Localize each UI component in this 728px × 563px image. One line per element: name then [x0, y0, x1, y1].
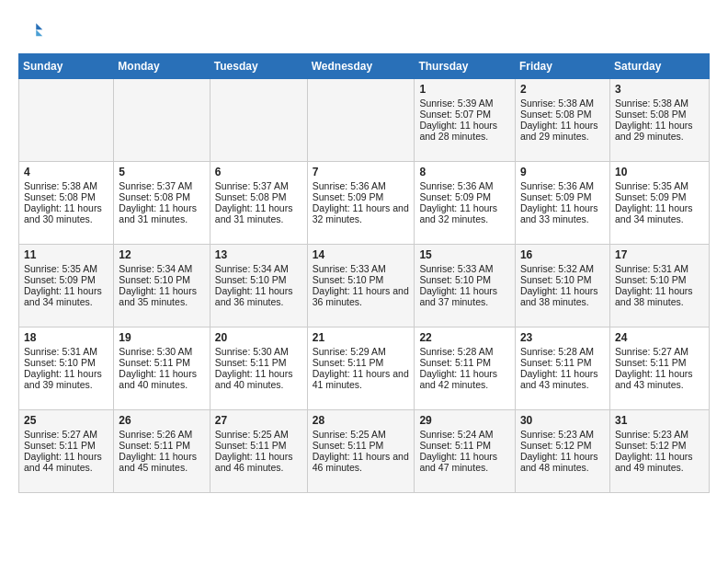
calendar-cell: 27 Sunrise: 5:25 AM Sunset: 5:11 PM Dayl…: [210, 410, 307, 493]
sunrise-text: Sunrise: 5:37 AM: [119, 180, 192, 191]
sunset-text: Sunset: 5:10 PM: [215, 274, 287, 285]
calendar-cell: 1 Sunrise: 5:39 AM Sunset: 5:07 PM Dayli…: [415, 79, 516, 162]
calendar-week-row: 11 Sunrise: 5:35 AM Sunset: 5:09 PM Dayl…: [19, 245, 710, 327]
daylight-text: Daylight: 11 hours and 32 minutes.: [419, 202, 497, 224]
weekday-header: Monday: [114, 54, 210, 79]
daylight-text: Daylight: 11 hours and 33 minutes.: [520, 202, 598, 224]
calendar-cell: 30 Sunrise: 5:23 AM Sunset: 5:12 PM Dayl…: [515, 410, 609, 493]
sunrise-text: Sunrise: 5:35 AM: [615, 180, 688, 191]
sunrise-text: Sunrise: 5:37 AM: [215, 180, 289, 191]
daylight-text: Daylight: 11 hours and 35 minutes.: [119, 285, 197, 307]
sunrise-text: Sunrise: 5:38 AM: [24, 180, 97, 191]
daylight-text: Daylight: 11 hours and 40 minutes.: [215, 368, 293, 390]
calendar-cell: 23 Sunrise: 5:28 AM Sunset: 5:11 PM Dayl…: [515, 327, 609, 410]
sunset-text: Sunset: 5:12 PM: [520, 440, 592, 451]
sunrise-text: Sunrise: 5:23 AM: [615, 429, 688, 440]
day-number: 14: [313, 248, 410, 261]
calendar-week-row: 18 Sunrise: 5:31 AM Sunset: 5:10 PM Dayl…: [19, 327, 710, 410]
sunrise-text: Sunrise: 5:34 AM: [215, 263, 289, 274]
sunrise-text: Sunrise: 5:26 AM: [119, 429, 192, 440]
sunset-text: Sunset: 5:11 PM: [24, 440, 96, 451]
calendar-cell: 25 Sunrise: 5:27 AM Sunset: 5:11 PM Dayl…: [19, 410, 114, 493]
calendar-cell: 20 Sunrise: 5:30 AM Sunset: 5:11 PM Dayl…: [210, 327, 307, 410]
sunset-text: Sunset: 5:10 PM: [119, 274, 190, 285]
calendar-cell: 24 Sunrise: 5:27 AM Sunset: 5:11 PM Dayl…: [609, 327, 709, 410]
sunset-text: Sunset: 5:12 PM: [615, 440, 687, 451]
sunset-text: Sunset: 5:10 PM: [419, 274, 491, 285]
day-number: 16: [520, 248, 605, 261]
daylight-text: Daylight: 11 hours and 30 minutes.: [24, 202, 102, 224]
sunrise-text: Sunrise: 5:27 AM: [24, 429, 97, 440]
calendar-cell: [19, 79, 114, 162]
calendar-week-row: 4 Sunrise: 5:38 AM Sunset: 5:08 PM Dayli…: [19, 162, 710, 245]
sunrise-text: Sunrise: 5:38 AM: [615, 98, 688, 109]
sunrise-text: Sunrise: 5:36 AM: [419, 180, 493, 191]
sunrise-text: Sunrise: 5:34 AM: [119, 263, 192, 274]
sunset-text: Sunset: 5:07 PM: [419, 109, 491, 120]
sunset-text: Sunset: 5:11 PM: [119, 440, 190, 451]
sunset-text: Sunset: 5:10 PM: [520, 274, 592, 285]
weekday-header: Thursday: [415, 54, 516, 79]
calendar-cell: 3 Sunrise: 5:38 AM Sunset: 5:08 PM Dayli…: [609, 79, 709, 162]
day-number: 7: [313, 166, 410, 178]
weekday-header: Wednesday: [307, 54, 415, 79]
calendar-cell: 28 Sunrise: 5:25 AM Sunset: 5:11 PM Dayl…: [307, 410, 415, 493]
calendar-cell: 6 Sunrise: 5:37 AM Sunset: 5:08 PM Dayli…: [210, 162, 307, 245]
day-number: 13: [215, 248, 302, 261]
calendar-cell: 29 Sunrise: 5:24 AM Sunset: 5:11 PM Dayl…: [415, 410, 516, 493]
sunrise-text: Sunrise: 5:28 AM: [520, 346, 594, 357]
sunset-text: Sunset: 5:11 PM: [615, 357, 687, 368]
sunset-text: Sunset: 5:11 PM: [313, 357, 384, 368]
sunset-text: Sunset: 5:10 PM: [615, 274, 687, 285]
daylight-text: Daylight: 11 hours and 45 minutes.: [119, 451, 197, 473]
daylight-text: Daylight: 11 hours and 44 minutes.: [24, 451, 102, 473]
calendar-cell: 26 Sunrise: 5:26 AM Sunset: 5:11 PM Dayl…: [114, 410, 210, 493]
daylight-text: Daylight: 11 hours and 43 minutes.: [520, 368, 598, 390]
logo-icon: [18, 18, 44, 44]
daylight-text: Daylight: 11 hours and 34 minutes.: [24, 285, 102, 307]
daylight-text: Daylight: 11 hours and 29 minutes.: [615, 120, 693, 142]
calendar-cell: 7 Sunrise: 5:36 AM Sunset: 5:09 PM Dayli…: [307, 162, 415, 245]
calendar-header: SundayMondayTuesdayWednesdayThursdayFrid…: [19, 54, 710, 79]
daylight-text: Daylight: 11 hours and 29 minutes.: [520, 120, 598, 142]
weekday-header: Friday: [515, 54, 609, 79]
sunset-text: Sunset: 5:11 PM: [215, 357, 287, 368]
sunrise-text: Sunrise: 5:33 AM: [419, 263, 493, 274]
day-number: 21: [313, 331, 410, 344]
calendar-table: SundayMondayTuesdayWednesdayThursdayFrid…: [18, 53, 710, 493]
daylight-text: Daylight: 11 hours and 46 minutes.: [215, 451, 293, 473]
calendar-cell: 14 Sunrise: 5:33 AM Sunset: 5:10 PM Dayl…: [307, 245, 415, 327]
calendar-cell: 11 Sunrise: 5:35 AM Sunset: 5:09 PM Dayl…: [19, 245, 114, 327]
day-number: 12: [119, 248, 204, 261]
sunrise-text: Sunrise: 5:30 AM: [215, 346, 289, 357]
calendar-cell: 13 Sunrise: 5:34 AM Sunset: 5:10 PM Dayl…: [210, 245, 307, 327]
day-number: 15: [419, 248, 510, 261]
calendar-week-row: 25 Sunrise: 5:27 AM Sunset: 5:11 PM Dayl…: [19, 410, 710, 493]
calendar-week-row: 1 Sunrise: 5:39 AM Sunset: 5:07 PM Dayli…: [19, 79, 710, 162]
sunrise-text: Sunrise: 5:24 AM: [419, 429, 493, 440]
sunset-text: Sunset: 5:11 PM: [520, 357, 592, 368]
calendar-cell: 10 Sunrise: 5:35 AM Sunset: 5:09 PM Dayl…: [609, 162, 709, 245]
calendar-cell: 18 Sunrise: 5:31 AM Sunset: 5:10 PM Dayl…: [19, 327, 114, 410]
day-number: 1: [419, 83, 510, 96]
day-number: 23: [520, 331, 605, 344]
daylight-text: Daylight: 11 hours and 47 minutes.: [419, 451, 497, 473]
daylight-text: Daylight: 11 hours and 28 minutes.: [419, 120, 497, 142]
sunset-text: Sunset: 5:11 PM: [419, 440, 491, 451]
daylight-text: Daylight: 11 hours and 32 minutes.: [313, 202, 409, 224]
sunset-text: Sunset: 5:11 PM: [119, 357, 190, 368]
daylight-text: Daylight: 11 hours and 42 minutes.: [419, 368, 497, 390]
daylight-text: Daylight: 11 hours and 46 minutes.: [313, 451, 409, 473]
day-number: 29: [419, 414, 510, 427]
day-number: 2: [520, 83, 605, 96]
sunset-text: Sunset: 5:11 PM: [419, 357, 491, 368]
day-number: 3: [615, 83, 704, 96]
sunrise-text: Sunrise: 5:31 AM: [615, 263, 688, 274]
calendar-cell: 15 Sunrise: 5:33 AM Sunset: 5:10 PM Dayl…: [415, 245, 516, 327]
weekday-header: Saturday: [609, 54, 709, 79]
day-number: 6: [215, 166, 302, 178]
sunset-text: Sunset: 5:09 PM: [520, 191, 592, 202]
day-number: 22: [419, 331, 510, 344]
logo: [18, 18, 48, 44]
weekday-header: Tuesday: [210, 54, 307, 79]
